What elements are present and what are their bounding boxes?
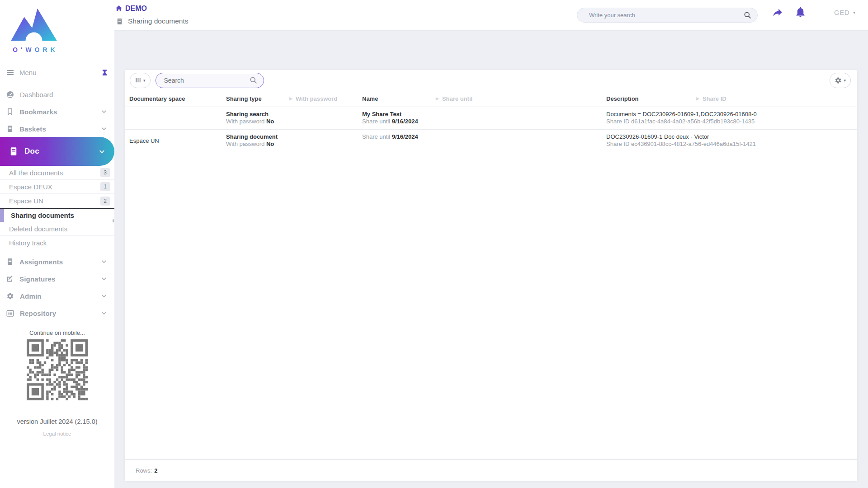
count-badge: 2 (100, 197, 110, 206)
caret-down-icon: ▾ (853, 10, 855, 15)
account-label: GED (834, 9, 849, 16)
search-icon[interactable] (744, 11, 751, 19)
global-search (577, 8, 758, 23)
sidebar-item-deleted-documents[interactable]: Deleted documents (0, 222, 114, 236)
cell-name: Share until 9/16/2024 (358, 130, 431, 152)
chevron-down-icon (101, 258, 107, 265)
column-header-share-id[interactable]: ▶ Share ID (692, 90, 857, 107)
expand-caret-icon: ▶ (436, 96, 439, 101)
sidebar-item-signatures[interactable]: Signatures (0, 270, 114, 287)
assignments-icon (6, 258, 14, 265)
columns-button[interactable]: ▾ (130, 73, 151, 88)
search-icon (250, 76, 257, 84)
global-search-input[interactable] (589, 12, 744, 19)
cell-with-password (285, 130, 358, 152)
page-title: Sharing documents (128, 17, 189, 25)
sidebar-item-baskets[interactable]: Baskets (0, 120, 114, 137)
account-menu[interactable]: GED ▾ (834, 9, 855, 16)
column-header-description[interactable]: Description (602, 90, 692, 107)
subitem-label: Espace UN (9, 197, 43, 205)
brand-logo[interactable]: O'WORK (5, 5, 63, 53)
caret-down-icon: ▾ (844, 78, 846, 83)
signature-pen-icon (6, 275, 14, 282)
sidebar-item-bookmarks[interactable]: Bookmarks (0, 103, 114, 120)
column-header-share-until[interactable]: ▶ Share until (431, 90, 602, 107)
mobile-hint: Continue on mobile... (0, 329, 114, 336)
sidebar-item-admin[interactable]: Admin (0, 287, 114, 305)
topbar: DEMO Sharing documents GED ▾ (114, 0, 868, 31)
home-icon (115, 5, 123, 12)
sidebar-nav-top: Dashboard Bookmarks Baskets (0, 86, 114, 137)
rows-count: 2 (154, 467, 157, 474)
expand-caret-icon: ▶ (289, 96, 292, 101)
legal-notice-link[interactable]: Legal notice (0, 431, 114, 436)
mountain-logo-icon (9, 5, 59, 43)
subitem-label: Espace DEUX (9, 183, 52, 191)
sidebar-item-espace-un[interactable]: Espace UN 2 (0, 194, 114, 208)
caret-down-icon: ▾ (143, 78, 146, 83)
sidebar-item-sharing-documents[interactable]: Sharing documents (0, 208, 114, 222)
cell-documentary-space (125, 107, 222, 129)
subitem-label: All the documents (9, 169, 63, 177)
column-header-sharing-type[interactable]: Sharing type (222, 90, 285, 107)
sidebar-item-espace-deux[interactable]: Espace DEUX 1 (0, 180, 114, 194)
cell-name: My Share Test Share until 9/16/2024 (358, 107, 431, 129)
chevron-down-icon (101, 293, 107, 299)
qr-code (27, 339, 88, 400)
sidebar-menu-toggle[interactable]: Menu (0, 64, 114, 80)
sidebar-item-label: Repository (20, 310, 56, 317)
status-bar: Rows: 2 (125, 459, 857, 481)
sidebar-item-label: Doc (24, 147, 39, 156)
share-icon[interactable] (771, 6, 784, 18)
table-search (156, 73, 264, 88)
dashboard-icon (6, 91, 14, 99)
chevron-down-icon (101, 126, 107, 132)
count-badge: 1 (100, 182, 110, 191)
table-search-input[interactable] (164, 77, 250, 84)
gear-icon (835, 77, 842, 84)
breadcrumb[interactable]: DEMO (115, 5, 147, 13)
cell-share-id (692, 107, 857, 129)
sidebar-item-assignments[interactable]: Assignments (0, 253, 114, 270)
sidebar-item-label: Baskets (19, 125, 46, 133)
sidebar-item-all-documents[interactable]: All the documents 3 (0, 166, 114, 180)
menu-label: Menu (19, 69, 37, 76)
chevron-down-icon (101, 108, 107, 115)
column-header-documentary-space[interactable]: Documentary space (125, 90, 222, 107)
pin-icon[interactable] (101, 69, 108, 76)
hamburger-icon (6, 69, 14, 76)
cell-documentary-space: Espace UN (125, 130, 222, 152)
sidebar-item-dashboard[interactable]: Dashboard (0, 86, 114, 103)
cell-with-password (285, 107, 358, 129)
table-settings-button[interactable]: ▾ (830, 73, 851, 88)
expand-caret-icon: ▶ (696, 96, 699, 101)
table-row[interactable]: Sharing search With password No My Share… (125, 107, 857, 130)
sidebar-item-label: Signatures (19, 275, 56, 283)
page-title-row: Sharing documents (116, 17, 189, 25)
table-row[interactable]: Espace UN Sharing document With password… (125, 130, 857, 152)
gear-icon (6, 292, 14, 300)
table-toolbar: ▾ ▾ (125, 70, 857, 90)
column-header-name[interactable]: Name (358, 90, 431, 107)
sidebar-item-doc[interactable]: Doc (0, 137, 114, 166)
sidebar-item-history-track[interactable]: History track (0, 236, 114, 250)
columns-icon (135, 77, 142, 84)
sidebar: O'WORK Menu Dashboard Bookmarks Baskets (0, 0, 114, 488)
baskets-icon (6, 125, 14, 132)
scrollbar-thumb[interactable] (113, 219, 114, 222)
sidebar-item-label: Bookmarks (19, 108, 57, 116)
cell-share-until (431, 107, 602, 129)
cell-sharing-type: Sharing search With password No (222, 107, 285, 129)
cell-description: DOC230926-01609-1 Doc deux - Victor Shar… (602, 130, 692, 152)
cell-share-id (692, 130, 857, 152)
chevron-down-icon (101, 276, 107, 282)
bell-icon[interactable] (794, 6, 807, 18)
table-header-row: Documentary space Sharing type ▶ With pa… (125, 90, 857, 107)
sidebar-nav-bottom: Assignments Signatures Admin Repository (0, 253, 114, 322)
column-header-with-password[interactable]: ▶ With password (285, 90, 358, 107)
rows-label: Rows: (136, 467, 152, 474)
sidebar-item-repository[interactable]: Repository (0, 305, 114, 322)
subitem-label: Sharing documents (11, 211, 74, 219)
sharing-documents-panel: ▾ ▾ Documentary space Sharing type ▶ Wit… (125, 70, 857, 481)
sidebar-divider (0, 83, 114, 83)
